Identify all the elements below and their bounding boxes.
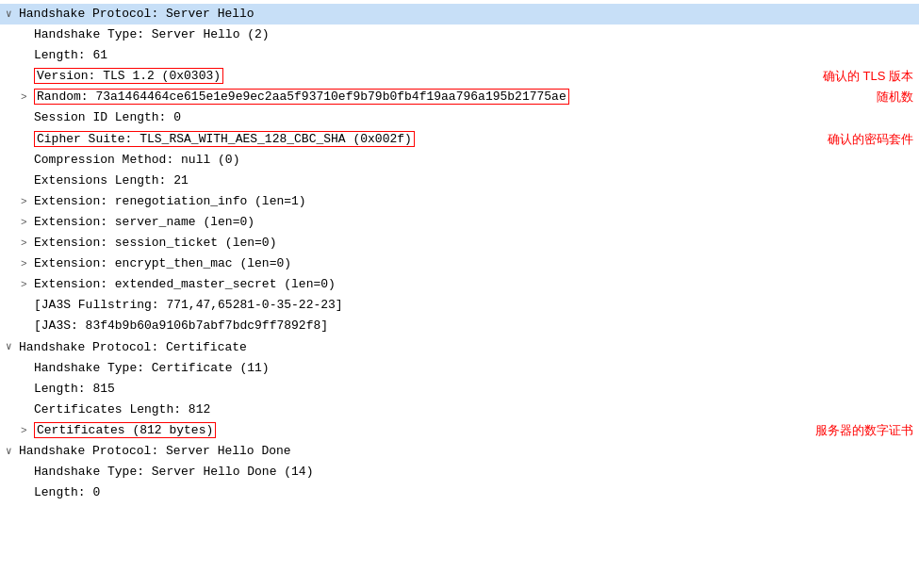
tree-row-ext-encrypt-mac[interactable]: Extension: encrypt_then_mac (len=0) [0,253,919,274]
row-text-version: Version: TLS 1.2 (0x0303) [34,66,813,87]
row-text-ja3s-fullstring: [JA3S Fullstring: 771,47,65281-0-35-22-2… [34,295,913,316]
tree-row-version[interactable]: Version: TLS 1.2 (0x0303)确认的 TLS 版本 [0,66,919,87]
tree-row-compression[interactable]: Compression Method: null (0) [0,150,919,171]
toggle-collapsed-icon[interactable] [21,193,34,211]
tree-row-ext-server-name[interactable]: Extension: server_name (len=0) [0,212,919,233]
row-text-cipher-suite: Cipher Suite: TLS_RSA_WITH_AES_128_CBC_S… [34,129,818,150]
row-text-session-id-length: Session ID Length: 0 [34,107,913,128]
row-text-ext-renegotiation: Extension: renegotiation_info (len=1) [34,191,913,212]
toggle-expanded-icon[interactable] [6,6,19,24]
toggle-expanded-icon[interactable] [6,338,19,356]
tree-row-hello-done-type[interactable]: Handshake Type: Server Hello Done (14) [0,462,919,482]
row-text-cert-protocol: Handshake Protocol: Certificate [19,337,913,358]
tree-row-ext-session-ticket[interactable]: Extension: session_ticket (len=0) [0,233,919,253]
row-text-hello-done-protocol: Handshake Protocol: Server Hello Done [19,441,913,462]
row-text-ext-server-name: Extension: server_name (len=0) [34,212,913,233]
row-text-ext-encrypt-mac: Extension: encrypt_then_mac (len=0) [34,253,913,274]
row-text-certificates: Certificates (812 bytes) [34,420,806,441]
row-text-cert-length: Length: 815 [34,379,913,400]
tree-row-cipher-suite[interactable]: Cipher Suite: TLS_RSA_WITH_AES_128_CBC_S… [0,129,919,150]
toggle-collapsed-icon[interactable] [21,422,34,440]
tree-row-ja3s-hash[interactable]: [JA3S: 83f4b9b60a9106b7abf7bdc9ff7892f8] [0,316,919,336]
row-text-ja3s-hash: [JA3S: 83f4b9b60a9106b7abf7bdc9ff7892f8] [34,316,913,336]
row-text-random: Random: 73a1464464ce615e1e9e9ec2aa5f9371… [34,87,867,107]
boxed-text: Version: TLS 1.2 (0x0303) [34,68,223,84]
annotation-random: 随机数 [877,87,913,107]
row-text-length-61: Length: 61 [34,45,913,66]
row-text-cert-type: Handshake Type: Certificate (11) [34,358,913,379]
tree-row-hello-done-protocol[interactable]: Handshake Protocol: Server Hello Done [0,441,919,462]
row-text-certs-length: Certificates Length: 812 [34,400,913,420]
row-text-ext-session-ticket: Extension: session_ticket (len=0) [34,233,913,253]
tree-row-ext-extended-master[interactable]: Extension: extended_master_secret (len=0… [0,274,919,295]
tree-row-cert-length[interactable]: Length: 815 [0,379,919,400]
tree-row-extensions-length[interactable]: Extensions Length: 21 [0,171,919,191]
protocol-tree: Handshake Protocol: Server HelloHandshak… [0,0,919,507]
row-text-ext-extended-master: Extension: extended_master_secret (len=0… [34,274,913,295]
tree-row-hello-done-length[interactable]: Length: 0 [0,482,919,503]
tree-row-server-hello-header[interactable]: Handshake Protocol: Server Hello [0,4,919,24]
tree-row-cert-protocol[interactable]: Handshake Protocol: Certificate [0,337,919,358]
boxed-text: Certificates (812 bytes) [34,422,216,438]
annotation-certificates: 服务器的数字证书 [815,420,913,441]
toggle-collapsed-icon[interactable] [21,255,34,273]
row-text-extensions-length: Extensions Length: 21 [34,171,913,191]
tree-row-ja3s-fullstring[interactable]: [JA3S Fullstring: 771,47,65281-0-35-22-2… [0,295,919,316]
row-text-handshake-type: Handshake Type: Server Hello (2) [34,24,913,45]
toggle-collapsed-icon[interactable] [21,276,34,294]
tree-row-session-id-length[interactable]: Session ID Length: 0 [0,107,919,128]
toggle-collapsed-icon[interactable] [21,214,34,232]
tree-row-random[interactable]: Random: 73a1464464ce615e1e9e9ec2aa5f9371… [0,87,919,107]
boxed-text: Random: 73a1464464ce615e1e9e9ec2aa5f9371… [34,89,569,105]
tree-row-cert-type[interactable]: Handshake Type: Certificate (11) [0,358,919,379]
tree-row-certs-length[interactable]: Certificates Length: 812 [0,400,919,420]
toggle-expanded-icon[interactable] [6,443,19,461]
tree-row-certificates[interactable]: Certificates (812 bytes)服务器的数字证书 [0,420,919,441]
boxed-text: Cipher Suite: TLS_RSA_WITH_AES_128_CBC_S… [34,131,415,147]
toggle-collapsed-icon[interactable] [21,89,34,106]
toggle-collapsed-icon[interactable] [21,235,34,253]
row-text-server-hello-header: Handshake Protocol: Server Hello [19,4,913,24]
row-text-hello-done-length: Length: 0 [34,482,913,503]
annotation-version: 确认的 TLS 版本 [823,66,913,87]
annotation-cipher-suite: 确认的密码套件 [828,129,913,150]
tree-row-length-61[interactable]: Length: 61 [0,45,919,66]
row-text-compression: Compression Method: null (0) [34,150,913,171]
tree-row-ext-renegotiation[interactable]: Extension: renegotiation_info (len=1) [0,191,919,212]
tree-row-handshake-type[interactable]: Handshake Type: Server Hello (2) [0,24,919,45]
row-text-hello-done-type: Handshake Type: Server Hello Done (14) [34,462,913,482]
